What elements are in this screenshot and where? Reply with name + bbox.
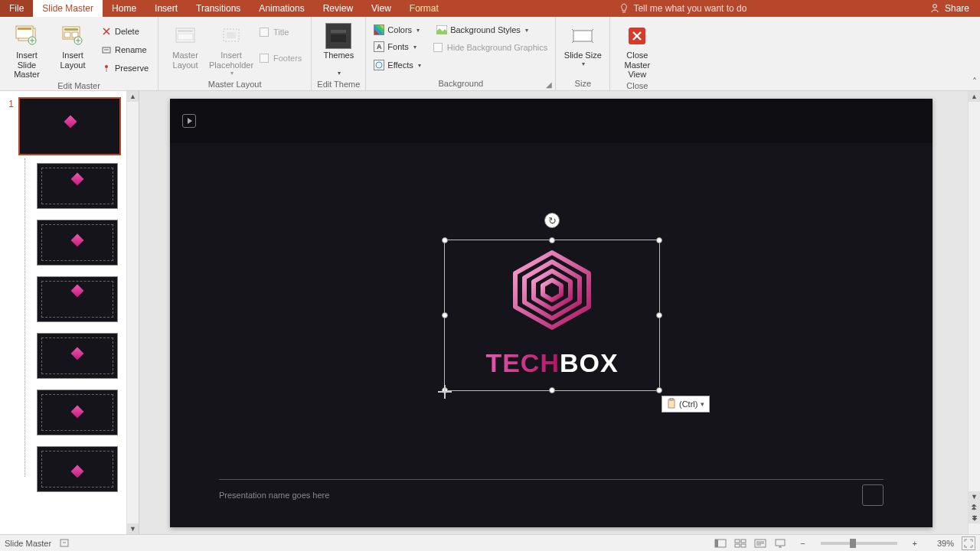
layout-thumbnail-3[interactable] (37, 276, 118, 322)
paste-options-label: (Ctrl) (679, 399, 697, 409)
resize-handle-s[interactable] (549, 387, 555, 393)
background-styles-icon (436, 24, 447, 35)
svg-rect-17 (331, 30, 346, 33)
group-close: Close Master View Close (610, 17, 664, 90)
sorter-view-button[interactable] (731, 536, 750, 550)
accessibility-icon[interactable] (59, 537, 70, 549)
themes-icon (325, 23, 351, 49)
svg-rect-29 (741, 540, 746, 543)
zoom-out-button[interactable]: − (797, 539, 808, 548)
slide-number-placeholder[interactable] (862, 484, 884, 506)
background-styles-dropdown[interactable]: Background Styles▾ (433, 21, 531, 38)
slide-header-band (170, 99, 933, 143)
tab-insert[interactable]: Insert (145, 0, 187, 17)
svg-rect-30 (735, 544, 740, 547)
insert-placeholder-label: Insert Placeholder (209, 51, 253, 70)
status-bar: Slide Master − + 39% (0, 534, 980, 551)
layout-thumbnail-5[interactable] (37, 390, 118, 435)
close-master-view-button[interactable]: Close Master View (615, 21, 659, 81)
rename-button[interactable]: Rename (98, 41, 152, 58)
cursor-crosshair-icon (438, 385, 452, 399)
prev-slide-icon[interactable]: ⯭ (969, 502, 980, 513)
resize-handle-nw[interactable] (442, 237, 448, 243)
layout-thumbnail-4[interactable] (37, 333, 118, 379)
scroll-down-icon[interactable]: ▼ (127, 523, 139, 534)
insert-placeholder-button: Insert Placeholder▾ (209, 21, 253, 78)
svg-rect-18 (331, 34, 346, 42)
resize-handle-e[interactable] (656, 312, 662, 318)
scroll-up-icon[interactable]: ▲ (127, 91, 139, 102)
title-tab-bar: File Slide Master Home Insert Transition… (0, 0, 980, 17)
footer-divider (219, 479, 884, 480)
fonts-dropdown[interactable]: A Fonts▾ (371, 38, 420, 55)
paste-clipboard-icon (667, 398, 676, 410)
slide-canvas[interactable]: TECHBOX (Ctrl) Presentation name goes he… (170, 99, 933, 527)
resize-handle-ne[interactable] (656, 237, 662, 243)
layout-thumbnail-2[interactable] (37, 220, 118, 266)
close-icon (624, 23, 650, 49)
rename-icon (101, 44, 112, 55)
resize-handle-w[interactable] (442, 312, 448, 318)
slide-size-icon (570, 23, 596, 49)
master-thumbnail[interactable] (18, 97, 121, 155)
selected-logo-object[interactable]: TECHBOX (444, 240, 660, 391)
collapse-ribbon-button[interactable]: ˄ (972, 77, 977, 87)
paste-options-button[interactable]: (Ctrl) (662, 396, 710, 412)
group-label-master-layout: Master Layout (163, 78, 306, 90)
share-button[interactable]: Share (919, 0, 980, 17)
tab-view[interactable]: View (362, 0, 400, 17)
svg-rect-21 (573, 31, 592, 41)
zoom-percent[interactable]: 39% (928, 539, 954, 548)
themes-button[interactable]: Themes▾ (316, 21, 361, 78)
tab-animations[interactable]: Animations (250, 0, 313, 17)
zoom-in-button[interactable]: + (910, 539, 920, 548)
canvas-scroll-up-icon[interactable]: ▲ (969, 91, 980, 102)
layout-thumbnail-1[interactable] (37, 163, 118, 209)
normal-view-button[interactable] (711, 536, 730, 550)
reading-view-button[interactable] (751, 536, 769, 550)
zoom-slider[interactable] (821, 542, 897, 545)
slideshow-view-button[interactable] (771, 536, 789, 550)
fit-to-window-button[interactable] (962, 536, 975, 550)
delete-icon (101, 26, 112, 37)
effects-dropdown[interactable]: Effects▾ (371, 57, 423, 73)
colors-dropdown[interactable]: Colors▾ (371, 21, 423, 38)
insert-slide-master-button[interactable]: Insert Slide Master (5, 21, 49, 81)
resize-handle-se[interactable] (656, 387, 662, 393)
themes-label: Themes (323, 51, 354, 60)
tab-review[interactable]: Review (314, 0, 362, 17)
logo-text: TECHBOX (445, 348, 659, 378)
tab-transitions[interactable]: Transitions (187, 0, 250, 17)
tab-home[interactable]: Home (103, 0, 145, 17)
canvas-scrollbar[interactable]: ▲ ▼ ⯭ ⯯ (968, 91, 980, 534)
rotate-handle[interactable] (544, 213, 560, 228)
next-slide-icon[interactable]: ⯯ (969, 513, 980, 523)
tab-format[interactable]: Format (400, 0, 448, 17)
tell-me-search[interactable]: Tell me what you want to do (612, 0, 754, 17)
master-thumb-index: 1 (6, 97, 14, 155)
background-dialog-launcher[interactable]: ◢ (544, 80, 554, 89)
svg-rect-16 (227, 32, 236, 38)
title-checkbox-label: Title (273, 28, 289, 37)
canvas-scroll-down-icon[interactable]: ▼ (969, 491, 980, 502)
tab-slide-master[interactable]: Slide Master (33, 0, 103, 17)
status-mode: Slide Master (5, 539, 51, 548)
layout-thumbnail-6[interactable] (37, 446, 118, 492)
footer-placeholder[interactable]: Presentation name goes here (219, 491, 329, 500)
workspace: 1 ▲ ▼ (0, 91, 980, 534)
insert-layout-button[interactable]: Insert Layout (51, 21, 95, 71)
preserve-button[interactable]: Preserve (98, 60, 152, 77)
group-label-edit-master: Edit Master (5, 81, 153, 90)
slide-size-button[interactable]: Slide Size▾ (560, 21, 605, 69)
resize-handle-n[interactable] (549, 237, 555, 243)
effects-label: Effects (387, 60, 413, 70)
thumbnail-scrollbar[interactable]: ▲ ▼ (126, 91, 139, 534)
insert-layout-label: Insert Layout (52, 51, 93, 70)
tab-file[interactable]: File (0, 0, 33, 17)
delete-label: Delete (115, 27, 139, 36)
svg-rect-24 (670, 398, 673, 400)
delete-button[interactable]: Delete (98, 23, 152, 40)
fonts-icon: A (374, 41, 384, 52)
animation-play-icon[interactable] (182, 114, 196, 128)
canvas-area: TECHBOX (Ctrl) Presentation name goes he… (139, 91, 980, 534)
